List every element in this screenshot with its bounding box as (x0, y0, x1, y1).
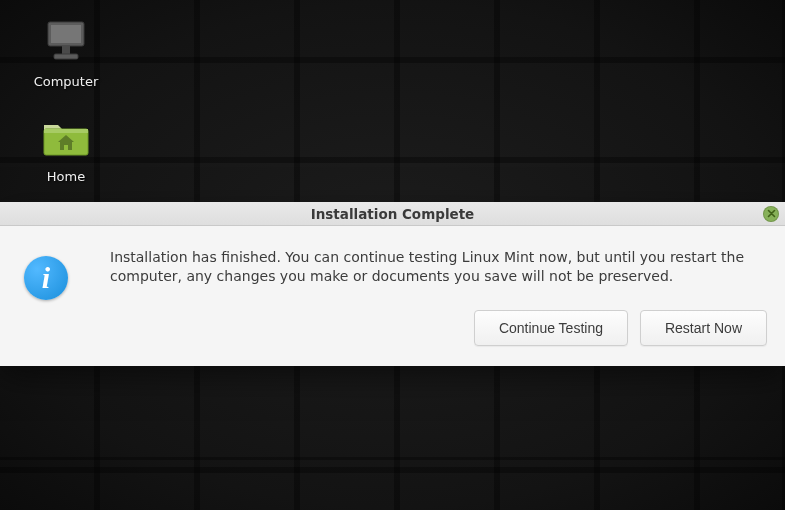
svg-rect-2 (62, 46, 70, 54)
close-icon (767, 209, 776, 218)
svg-rect-1 (51, 25, 81, 43)
installation-complete-dialog: Installation Complete Installation has f… (0, 202, 785, 366)
close-button[interactable] (763, 206, 779, 222)
svg-rect-3 (54, 54, 78, 59)
dialog-content-column: Installation has finished. You can conti… (110, 248, 767, 346)
desktop-icon-area: Computer Home (20, 20, 112, 184)
dialog-body: Installation has finished. You can conti… (0, 226, 785, 366)
dialog-titlebar[interactable]: Installation Complete (0, 202, 785, 226)
dialog-message: Installation has finished. You can conti… (110, 248, 767, 286)
info-icon (24, 256, 68, 300)
desktop-icon-label: Computer (34, 74, 99, 89)
dialog-button-row: Continue Testing Restart Now (110, 302, 767, 346)
computer-icon (42, 20, 90, 66)
dialog-title: Installation Complete (311, 206, 475, 222)
desktop-icon-label: Home (47, 169, 85, 184)
desktop-icon-computer[interactable]: Computer (20, 20, 112, 89)
desktop-icon-home[interactable]: Home (20, 117, 112, 184)
restart-now-button[interactable]: Restart Now (640, 310, 767, 346)
continue-testing-button[interactable]: Continue Testing (474, 310, 628, 346)
dialog-icon-column (0, 248, 92, 346)
svg-rect-5 (44, 129, 88, 133)
folder-home-icon (41, 117, 91, 161)
